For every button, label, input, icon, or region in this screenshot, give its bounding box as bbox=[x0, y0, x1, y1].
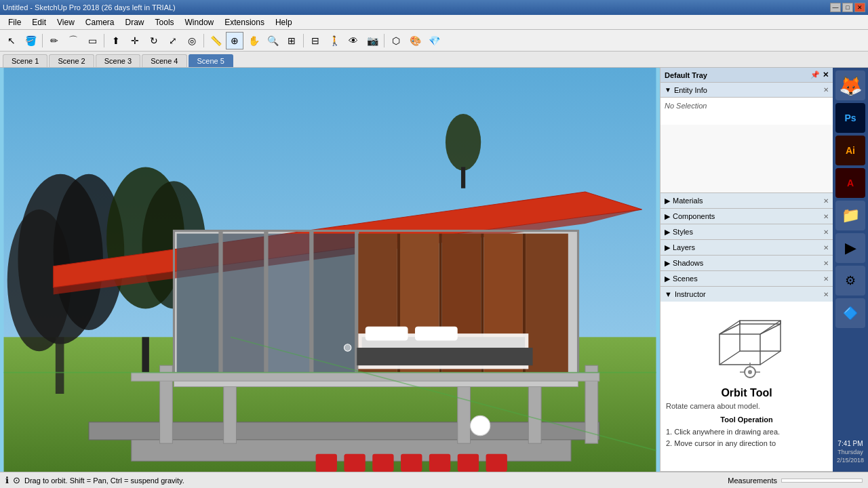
instructor-close-icon[interactable]: ✕ bbox=[823, 291, 829, 298]
materials-header[interactable]: ▶ Materials ✕ bbox=[660, 193, 833, 208]
scenes-panel-close-icon[interactable]: ✕ bbox=[823, 275, 829, 283]
svg-rect-19 bbox=[344, 454, 365, 472]
tool-name: Orbit Tool bbox=[721, 387, 772, 399]
scene-tab-3[interactable]: Scene 3 bbox=[96, 54, 140, 67]
menu-draw[interactable]: Draw bbox=[120, 16, 150, 28]
menu-window[interactable]: Window bbox=[180, 16, 220, 28]
lookaround-tool[interactable]: 👁 bbox=[344, 32, 362, 49]
shadows-close-icon[interactable]: ✕ bbox=[823, 260, 829, 267]
tray-close-icon[interactable]: ✕ bbox=[823, 70, 829, 79]
components-label: Components bbox=[673, 212, 715, 220]
window-title: Untitled - SketchUp Pro 2018 (26 days le… bbox=[3, 3, 176, 12]
walk-tool[interactable]: 🚶 bbox=[326, 32, 343, 49]
measurements-input[interactable] bbox=[781, 479, 863, 483]
materials-panel: ▶ Materials ✕ bbox=[660, 193, 833, 209]
components-tool[interactable]: ⬡ bbox=[387, 32, 405, 49]
scene-tab-5[interactable]: Scene 5 bbox=[189, 54, 233, 67]
window-controls: — □ ✕ bbox=[830, 3, 865, 12]
paint-bucket-tool[interactable]: 🪣 bbox=[22, 32, 39, 49]
folder-icon[interactable]: 📁 bbox=[835, 201, 865, 230]
menu-camera[interactable]: Camera bbox=[80, 16, 120, 28]
layers-label: Layers bbox=[673, 243, 695, 251]
instructor-arrow-icon: ▼ bbox=[665, 290, 672, 298]
no-selection-text: No Selection bbox=[665, 102, 829, 110]
scene-tab-4[interactable]: Scene 4 bbox=[142, 54, 186, 67]
styles-header[interactable]: ▶ Styles ✕ bbox=[660, 224, 833, 239]
menu-tools[interactable]: Tools bbox=[150, 16, 180, 28]
tape-tool[interactable]: 📏 bbox=[207, 32, 224, 49]
section-plane-tool[interactable]: ⊟ bbox=[307, 32, 324, 49]
styles-label: Styles bbox=[673, 228, 693, 236]
menu-extensions[interactable]: Extensions bbox=[219, 16, 270, 28]
entity-info-empty-area bbox=[660, 125, 833, 192]
acrobat-icon[interactable]: A bbox=[835, 168, 865, 198]
styles-arrow-icon: ▶ bbox=[665, 228, 670, 237]
components-header[interactable]: ▶ Components ✕ bbox=[660, 209, 833, 224]
menu-file[interactable]: File bbox=[3, 16, 26, 28]
svg-rect-48 bbox=[366, 327, 408, 341]
materials-label: Materials bbox=[673, 197, 703, 205]
materials-arrow-icon: ▶ bbox=[665, 197, 670, 205]
scene-tab-2[interactable]: Scene 2 bbox=[49, 54, 94, 67]
info-icon: ℹ bbox=[5, 475, 9, 485]
svg-rect-34 bbox=[264, 230, 268, 380]
tool-description: Rotate camera about model. bbox=[666, 402, 827, 410]
ruby-tool[interactable]: 💎 bbox=[425, 32, 443, 49]
rotate-tool[interactable]: ↻ bbox=[145, 32, 163, 49]
pan-tool[interactable]: ✋ bbox=[245, 32, 262, 49]
zoom-tool[interactable]: 🔍 bbox=[264, 32, 281, 49]
system-tray: 7:41 PM Thursday 2/15/2018 bbox=[837, 437, 864, 466]
tool-steps: 1. Click anywhere in drawing area. 2. Mo… bbox=[666, 426, 827, 449]
tray-pin-icon[interactable]: 📌 bbox=[810, 70, 820, 79]
firefox-icon[interactable]: 🦊 bbox=[835, 70, 865, 100]
materials-tool[interactable]: 🎨 bbox=[406, 32, 424, 49]
materials-close-icon[interactable]: ✕ bbox=[823, 197, 829, 205]
rectangle-tool[interactable]: ▭ bbox=[83, 32, 101, 49]
pencil-tool[interactable]: ✏ bbox=[45, 32, 63, 49]
close-button[interactable]: ✕ bbox=[854, 3, 865, 12]
orbit-tool[interactable]: ⊕ bbox=[226, 32, 243, 49]
pushpull-tool[interactable]: ⬆ bbox=[107, 32, 125, 49]
position-camera-tool[interactable]: 📷 bbox=[363, 32, 381, 49]
illustrator-icon[interactable]: Ai bbox=[835, 136, 865, 165]
entity-info-close-icon[interactable]: ✕ bbox=[823, 86, 829, 94]
day: Thursday bbox=[837, 449, 863, 455]
app7-icon[interactable]: ⚙ bbox=[835, 266, 865, 296]
entity-info-header[interactable]: ▼ Entity Info ✕ bbox=[660, 83, 833, 98]
shadows-header[interactable]: ▶ Shadows ✕ bbox=[660, 256, 833, 270]
select-tool[interactable]: ↖ bbox=[3, 32, 20, 49]
menu-edit[interactable]: Edit bbox=[26, 16, 52, 28]
scenes-panel-label: Scenes bbox=[673, 274, 698, 283]
instructor-panel: ▼ Instructor ✕ bbox=[660, 287, 833, 472]
svg-point-52 bbox=[471, 415, 490, 435]
svg-line-61 bbox=[760, 351, 781, 365]
scene-tab-1[interactable]: Scene 1 bbox=[3, 54, 47, 67]
maximize-button[interactable]: □ bbox=[842, 3, 853, 12]
shadows-label: Shadows bbox=[673, 259, 703, 267]
zoom-extents-tool[interactable]: ⊞ bbox=[283, 32, 300, 49]
svg-rect-29 bbox=[177, 234, 220, 377]
arc-tool[interactable]: ⌒ bbox=[64, 32, 82, 49]
minimize-button[interactable]: — bbox=[830, 3, 841, 12]
app8-icon[interactable]: 🔷 bbox=[835, 298, 865, 328]
instructor-header[interactable]: ▼ Instructor ✕ bbox=[660, 287, 833, 302]
scenes-bar: Scene 1 Scene 2 Scene 3 Scene 4 Scene 5 bbox=[0, 52, 868, 68]
status-bar: ℹ ⊙ Drag to orbit. Shift = Pan, Ctrl = s… bbox=[0, 472, 868, 488]
viewport[interactable] bbox=[0, 68, 660, 472]
entity-info-panel: ▼ Entity Info ✕ No Selection bbox=[660, 83, 833, 193]
menu-view[interactable]: View bbox=[52, 16, 80, 28]
svg-line-62 bbox=[719, 324, 740, 334]
components-close-icon[interactable]: ✕ bbox=[823, 213, 829, 220]
scenes-header[interactable]: ▶ Scenes ✕ bbox=[660, 271, 833, 286]
menu-help[interactable]: Help bbox=[270, 16, 298, 28]
layers-close-icon[interactable]: ✕ bbox=[823, 244, 829, 251]
menu-bar: File Edit View Camera Draw Tools Window … bbox=[0, 15, 868, 30]
scale-tool[interactable]: ⤢ bbox=[164, 32, 182, 49]
move-tool[interactable]: ✛ bbox=[126, 32, 144, 49]
styles-close-icon[interactable]: ✕ bbox=[823, 228, 829, 236]
offset-tool[interactable]: ◎ bbox=[183, 32, 201, 49]
layers-header[interactable]: ▶ Layers ✕ bbox=[660, 240, 833, 255]
media-icon[interactable]: ▶ bbox=[835, 233, 865, 263]
shadows-arrow-icon: ▶ bbox=[665, 259, 670, 268]
photoshop-icon[interactable]: Ps bbox=[835, 103, 865, 133]
